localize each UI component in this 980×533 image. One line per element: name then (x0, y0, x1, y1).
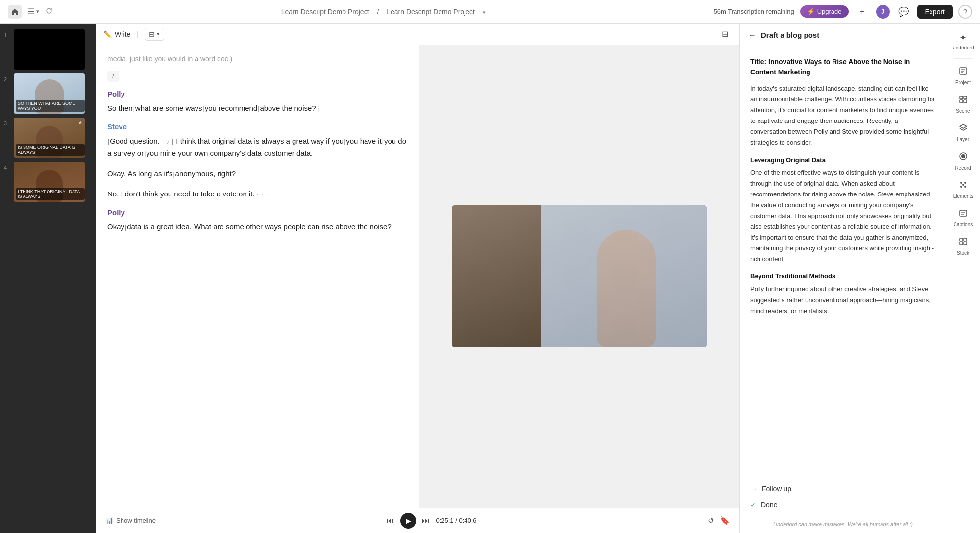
svg-point-12 (960, 186, 962, 188)
rail-item-layer[interactable]: Layer (948, 120, 979, 146)
blog-post-title: Title: Innovative Ways to Rise Above the… (750, 57, 936, 77)
star-icon-3: ★ (78, 120, 83, 126)
svg-point-9 (961, 154, 965, 158)
thumb-label-3: IS SOME ORIGINAL DATA IS ALWAYS (16, 144, 85, 156)
center-toolbar: ✏️ Write | ⊟ ▾ ⊟ (96, 24, 739, 45)
write-icon: ✏️ (103, 30, 112, 38)
rail-item-underlord[interactable]: ✦ Underlord (948, 28, 979, 54)
done-check-icon: ✓ (750, 501, 756, 509)
help-button[interactable]: ? (958, 5, 972, 19)
rail-item-stock[interactable]: Stock (948, 233, 979, 260)
playback-controls: ⏮ ▶ ⏭ 0:25.1 / 0:40.6 (387, 513, 476, 529)
command-slash[interactable]: / (107, 71, 119, 82)
thumbnail-3[interactable]: 3 ★ IS SOME ORIGINAL DATA IS ALWAYS (0, 116, 96, 160)
layout-chevron-icon: ▾ (157, 31, 160, 37)
follow-up-icon: → (750, 485, 757, 493)
skip-forward-button[interactable]: ⏭ (422, 516, 430, 525)
polly-transcript-2[interactable]: Okay|data is a great idea.|What are some… (107, 220, 407, 233)
icon-rail: ✦ Underlord Project Scene Layer R (946, 24, 980, 533)
topbar-right: 56m Transcription remaining Upgrade + J … (714, 4, 972, 20)
editor-intro-text: media, just like you would in a word doc… (107, 55, 407, 63)
stock-icon (959, 237, 968, 248)
scene-label: Scene (956, 108, 970, 114)
svg-rect-4 (960, 96, 963, 99)
rail-item-record[interactable]: Record (948, 148, 979, 174)
rail-item-elements[interactable]: Elements (948, 176, 979, 203)
time-display: 0:25.1 / 0:40.6 (436, 517, 476, 524)
captions-icon (959, 209, 968, 220)
add-button[interactable]: + (855, 4, 870, 20)
video-preview (452, 205, 707, 347)
follow-up-action[interactable]: → Follow up (748, 481, 938, 497)
steve-transcript-3[interactable]: No, I don't think you need to take a vot… (107, 188, 407, 200)
right-controls: ↺ 🔖 (708, 516, 730, 525)
thumb-img-2[interactable]: SO THEN WHAT ARE SOME WAYS YOU (14, 73, 85, 114)
home-button[interactable] (8, 5, 22, 19)
show-timeline-button[interactable]: 📊 Show timeline (105, 517, 156, 524)
steve-transcript-1[interactable]: |Good question. | ♪ | I think that origi… (107, 135, 407, 160)
thumb-img-1[interactable] (14, 29, 85, 70)
editor-video-area: media, just like you would in a word doc… (96, 45, 739, 508)
refresh-button[interactable] (45, 7, 53, 17)
editor-area[interactable]: media, just like you would in a word doc… (96, 45, 419, 508)
thumb-label-4: I THINK THAT ORIGINAL DATA IS ALWAYS (16, 188, 85, 200)
project-title: Learn Descript Demo Project / Learn Desc… (59, 8, 708, 16)
loop-button[interactable]: ↺ (708, 516, 714, 525)
svg-point-10 (960, 182, 962, 184)
svg-rect-7 (964, 100, 967, 103)
svg-point-14 (962, 184, 964, 186)
done-label: Done (761, 501, 777, 509)
ai-panel-content[interactable]: Title: Innovative Ways to Rise Above the… (740, 47, 946, 476)
thumbnail-2[interactable]: 2 SO THEN WHAT ARE SOME WAYS YOU (0, 72, 96, 116)
user-avatar[interactable]: J (876, 5, 890, 19)
bookmark-button[interactable]: 🔖 (720, 516, 730, 525)
upgrade-button[interactable]: Upgrade (800, 5, 849, 18)
done-action[interactable]: ✓ Done (748, 497, 938, 512)
section2-text: Polly further inquired about other creat… (750, 284, 936, 316)
rail-item-scene[interactable]: Scene (948, 91, 979, 118)
steve-transcript-2[interactable]: Okay. As long as it's|anonymous, right? (107, 168, 407, 180)
thumb-img-3[interactable]: ★ IS SOME ORIGINAL DATA IS ALWAYS (14, 118, 85, 158)
blog-intro: In today's saturated digital landscape, … (750, 83, 936, 148)
skip-back-button[interactable]: ⏮ (387, 516, 394, 525)
layer-label: Layer (957, 137, 969, 142)
section1-heading: Leveraging Original Data (750, 156, 936, 164)
svg-rect-15 (960, 210, 967, 216)
cursor-mark: | (133, 105, 135, 112)
topbar: ☰ ▾ Learn Descript Demo Project / Learn … (0, 0, 980, 24)
notifications-button[interactable]: 💬 (896, 4, 911, 20)
elements-icon (959, 180, 968, 192)
captions-label: Captions (954, 222, 973, 227)
play-button[interactable]: ▶ (400, 513, 416, 529)
svg-point-13 (964, 186, 966, 188)
polly-transcript-1[interactable]: So then|what are some ways|you recommend… (107, 102, 407, 115)
back-button[interactable]: ← (748, 31, 756, 40)
scene-icon (959, 95, 968, 106)
menu-button[interactable]: ☰ ▾ (27, 7, 39, 16)
thumbnail-1[interactable]: 1 (0, 27, 96, 72)
rail-item-captions[interactable]: Captions (948, 205, 979, 231)
layout-button[interactable]: ⊟ ▾ (145, 28, 164, 41)
underlord-icon: ✦ (959, 32, 967, 43)
layer-icon (959, 123, 968, 135)
thumb-img-4[interactable]: I THINK THAT ORIGINAL DATA IS ALWAYS (14, 162, 85, 202)
record-icon (959, 152, 968, 163)
write-button[interactable]: ✏️ Write (103, 30, 130, 38)
svg-point-11 (964, 182, 966, 184)
speaker-polly-2: Polly (107, 208, 407, 217)
main-content: 1 2 SO THEN WHAT ARE SOME WAYS YOU 3 ★ I… (0, 24, 980, 533)
timeline-icon: 📊 (105, 517, 113, 524)
speaker-polly-1: Polly (107, 90, 407, 98)
panel-toggle-button[interactable]: ⊟ (718, 27, 732, 41)
bottom-bar: 📊 Show timeline ⏮ ▶ ⏭ 0:25.1 / 0:40.6 ↺ … (96, 508, 739, 533)
thumbnail-panel: 1 2 SO THEN WHAT ARE SOME WAYS YOU 3 ★ I… (0, 24, 96, 533)
thumbnail-4[interactable]: 4 I THINK THAT ORIGINAL DATA IS ALWAYS (0, 160, 96, 204)
rail-item-project[interactable]: Project (948, 63, 979, 89)
rail-divider-1 (954, 58, 973, 59)
ai-disclaimer: Underlord can make mistakes. We're all h… (740, 517, 946, 533)
thumb-num-3: 3 (4, 121, 10, 126)
svg-rect-18 (960, 238, 963, 241)
export-button[interactable]: Export (917, 5, 953, 19)
thumb-num-4: 4 (4, 165, 10, 170)
thumb-num-2: 2 (4, 76, 10, 82)
